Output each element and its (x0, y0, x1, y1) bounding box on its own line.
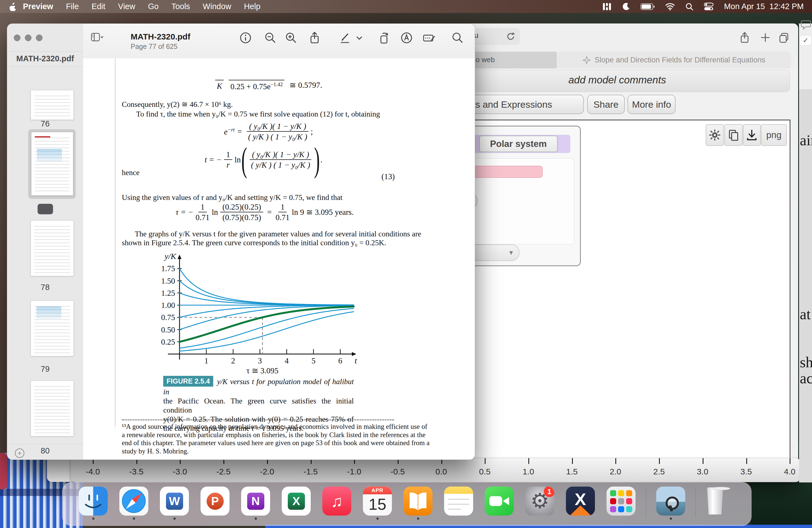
menu-file[interactable]: File (60, 2, 85, 11)
status-icons: Mon Apr 15 12:42 PM (603, 2, 812, 11)
gear-icon[interactable] (706, 124, 724, 146)
word-icon[interactable]: W (160, 487, 189, 516)
thumbnail-page-79[interactable] (31, 300, 74, 356)
polar-system-tab[interactable]: Polar system (479, 136, 557, 152)
new-tab-icon[interactable] (759, 32, 771, 43)
dock-safari[interactable] (119, 487, 148, 520)
dock-trash[interactable] (706, 487, 735, 520)
markup-pencil-icon[interactable] (338, 31, 351, 44)
menu-view[interactable]: View (112, 2, 141, 11)
zoom-in-icon[interactable] (285, 31, 298, 44)
menu-edit[interactable]: Edit (85, 2, 112, 11)
download-icon[interactable] (743, 124, 760, 146)
minimize-button[interactable] (25, 34, 31, 41)
menu-preview[interactable]: Preview (17, 2, 60, 11)
copy-icon[interactable] (724, 124, 743, 146)
dock-preview[interactable] (656, 487, 685, 520)
apple-logo[interactable] (10, 2, 17, 11)
xapp-icon[interactable]: X (566, 487, 595, 516)
moon-icon[interactable] (622, 2, 630, 11)
chevron-down-icon[interactable] (355, 31, 363, 44)
trash-icon[interactable] (706, 487, 735, 516)
thumbnail-page-78[interactable] (31, 220, 74, 276)
tab-title: Slope and Direction Fields for Different… (595, 56, 765, 64)
svg-text:3: 3 (258, 356, 262, 365)
dock-excel[interactable]: X (282, 487, 311, 520)
info-icon[interactable] (239, 31, 252, 44)
dock-onenote[interactable]: N (241, 487, 270, 520)
wifi-icon[interactable] (665, 3, 675, 11)
dock-facetime[interactable] (485, 487, 514, 520)
settings-icon[interactable]: ⚙1 (525, 487, 554, 516)
zoom-button[interactable] (36, 34, 43, 41)
png-export-button[interactable]: png (761, 124, 787, 146)
svg-text:t: t (354, 356, 357, 365)
close-button[interactable] (14, 34, 20, 41)
dock-notes[interactable] (444, 487, 473, 520)
rotate-icon[interactable] (378, 31, 391, 44)
tab-overview-icon[interactable] (778, 32, 790, 43)
dock-finder[interactable] (79, 487, 108, 520)
menu-window[interactable]: Window (197, 2, 237, 11)
control-center-icon[interactable] (704, 2, 714, 11)
sidebar-toggle-icon[interactable] (91, 31, 104, 44)
plus-circle-icon[interactable]: + (15, 449, 24, 458)
wallpaper-red-object (0, 453, 7, 489)
paragraph: shown in Figure 2.5.4. The green curve c… (122, 238, 386, 247)
powerpoint-icon[interactable]: P (201, 487, 230, 516)
axis-tick-label: 0.0 (425, 467, 458, 476)
finder-icon[interactable] (79, 487, 108, 516)
window-tiles-icon[interactable] (603, 2, 612, 11)
svg-text:2: 2 (231, 356, 235, 365)
preview-icon[interactable] (656, 487, 685, 516)
axis-tick (485, 458, 485, 464)
more-info-button[interactable]: More info (627, 95, 676, 114)
thumbnail-page-80[interactable] (31, 381, 74, 436)
books-icon[interactable] (404, 487, 433, 516)
zoom-out-icon[interactable] (264, 31, 277, 44)
equation-cut: K 0.25 + 0.75e−1.42 ≅ 0.5797. (215, 80, 322, 91)
axis-tick-label: -0.5 (381, 467, 414, 476)
safari-icon[interactable] (119, 487, 148, 516)
menu-clock[interactable]: Mon Apr 15 12:42 PM (724, 2, 804, 11)
share-icon[interactable] (739, 32, 750, 43)
svg-text:0.75: 0.75 (161, 313, 175, 322)
check-button[interactable]: ✓ (800, 35, 812, 46)
form-fill-icon[interactable] (423, 31, 436, 44)
music-icon[interactable]: ♫ (322, 487, 351, 516)
facetime-icon[interactable] (485, 487, 514, 516)
equation-13: t = − 1r ln ( ( y₀/K )( 1 − y/K )( y/K )… (205, 149, 322, 170)
dock-settings[interactable]: ⚙1 (525, 487, 554, 520)
page-label-78: 78 (7, 283, 83, 292)
dock-xapp[interactable]: X (566, 487, 595, 520)
dock-music[interactable]: ♫ (322, 487, 351, 520)
menu-help[interactable]: Help (237, 2, 267, 11)
share-button[interactable]: Share (587, 95, 625, 114)
speech-bubble-icon[interactable] (801, 19, 811, 30)
dock-word[interactable]: W (160, 487, 189, 520)
dock-launchpad[interactable] (607, 487, 636, 520)
annotate-circle-icon[interactable] (400, 31, 413, 44)
running-indicator (173, 517, 176, 520)
battery-icon[interactable] (640, 3, 655, 10)
dock-calendar[interactable]: APR15 (363, 487, 392, 520)
thumbnail-page-77[interactable] (31, 132, 73, 195)
onenote-icon[interactable]: N (241, 487, 270, 516)
figure-2-5-4-chart: 1234560.250.500.751.001.251.501.75y/Ktτ … (160, 251, 359, 375)
menu-items: PreviewFileEditViewGoToolsWindowHelp (17, 2, 267, 11)
notes-icon[interactable] (444, 487, 473, 516)
launchpad-icon[interactable] (607, 487, 636, 516)
dock-powerpoint[interactable]: P (201, 487, 230, 520)
reload-icon[interactable] (505, 31, 517, 42)
share-icon[interactable] (308, 31, 321, 44)
menu-go[interactable]: Go (142, 2, 165, 11)
axis-tick-label: 0.5 (468, 467, 501, 476)
search-icon[interactable] (451, 31, 464, 44)
calendar-icon[interactable]: APR15 (363, 487, 392, 516)
thumbnail-page-76[interactable] (31, 90, 74, 120)
dock-books[interactable] (404, 487, 433, 520)
tab-slope-fields[interactable]: Slope and Direction Fields for Different… (557, 52, 791, 69)
excel-icon[interactable]: X (282, 487, 311, 516)
search-icon[interactable] (685, 2, 694, 11)
menu-tools[interactable]: Tools (165, 2, 197, 11)
